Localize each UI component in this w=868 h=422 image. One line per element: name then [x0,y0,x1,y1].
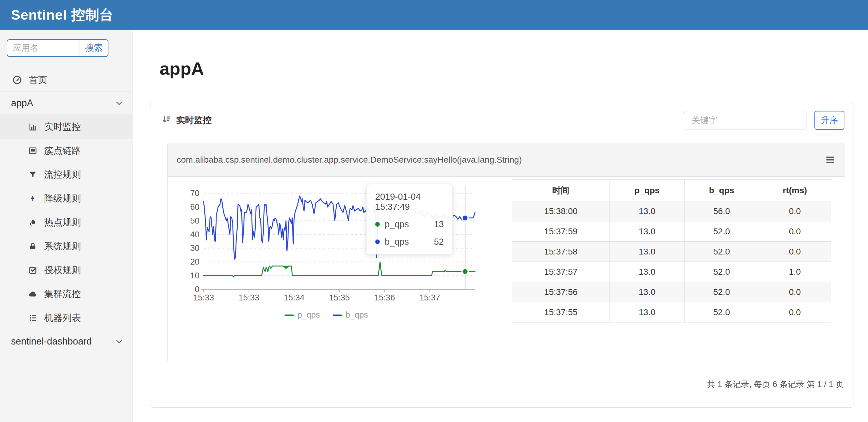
table-cell: 52.0 [684,221,759,241]
app-brand-title: Sentinel 控制台 [0,0,868,30]
fire-icon [28,218,37,227]
table-cell: 0.0 [759,221,831,241]
sidebar-item-授权规则[interactable]: 授权规则 [0,258,132,282]
title-divider [150,91,853,91]
tooltip-series-name: b_qps [385,237,409,247]
x-tick-label: 15:37 [420,293,440,302]
bolt-icon [28,194,37,203]
y-tick-label: 10 [190,271,199,280]
y-tick-label: 40 [190,230,199,239]
table-row: 15:38:0013.056.00.0 [512,201,831,221]
hover-point-b_qps [462,215,468,221]
table-cell: 0.0 [759,282,831,302]
sidebar-item-系统规则[interactable]: 系统规则 [0,234,132,258]
table-cell: 56.0 [684,201,759,221]
resource-card-header: com.alibaba.csp.sentinel.demo.cluster.ap… [167,143,845,177]
sidebar-group-appA[interactable]: appA [0,92,132,115]
table-header-p_qps: p_qps [610,180,685,201]
panel-controls: 升序 [684,111,844,130]
table-cell: 52.0 [684,241,759,262]
sidebar-item-簇点链路[interactable]: 簇点链路 [0,139,132,163]
y-tick-label: 70 [190,189,199,198]
cloud-icon [28,289,37,299]
table-cell: 1.0 [759,262,831,282]
cloud-icon-wrap [28,289,37,299]
menu-item-label: 授权规则 [44,264,124,277]
table-row: 15:37:5713.052.01.0 [512,262,831,282]
legend-swatch-p_qps [284,315,294,316]
y-tick-label: 20 [190,257,199,266]
sidebar-item-集群流控[interactable]: 集群流控 [0,282,132,306]
menu-item-label: 集群流控 [44,288,124,300]
check-icon-wrap [28,265,37,275]
tooltip-row-b_qps: b_qps52 [375,237,444,247]
table-cell: 13.0 [610,262,685,282]
y-tick-label: 60 [190,202,199,212]
table-header-rt(ms): rt(ms) [759,180,831,201]
table-header-b_qps: b_qps [684,180,759,201]
table-row: 15:37:5813.052.00.0 [512,241,831,262]
table-row: 15:37:5913.052.00.0 [512,221,831,241]
table-cell: 13.0 [610,302,685,322]
bolt-icon-wrap [28,194,37,203]
filter-icon-wrap [28,170,37,179]
x-tick-label: 15:33 [193,293,214,302]
menu-item-label: sentinel-dashboard [11,336,115,347]
table-cell: 13.0 [610,201,685,221]
table-cell: 15:37:58 [512,241,610,262]
table-cell: 15:37:59 [512,221,610,241]
table-cell: 13.0 [610,221,685,241]
app-search-group: 搜索 [7,39,108,57]
ascending-sort-button[interactable]: 升序 [814,111,844,130]
x-tick-label: 15:36 [374,293,395,302]
machines-icon [28,313,37,322]
hamburger-menu-icon[interactable] [825,155,836,165]
x-tick-label: 15:34 [284,293,305,302]
menu-item-label: 降级规则 [44,192,124,205]
sidebar-item-降级规则[interactable]: 降级规则 [0,187,132,210]
list-icon [28,146,37,155]
keyword-input[interactable] [684,111,806,130]
gauge-icon [12,75,22,85]
app-search-button[interactable]: 搜索 [80,40,108,56]
menu-item-label: 簇点链路 [44,144,124,157]
table-cell: 0.0 [759,201,831,221]
fire-icon-wrap [28,218,37,227]
sidebar-item-流控规则[interactable]: 流控规则 [0,163,132,187]
tooltip-series-value: 13 [434,219,444,229]
chevron-down-icon [115,99,124,108]
sidebar-item-热点规则[interactable]: 热点规则 [0,210,132,234]
table-cell: 13.0 [610,241,685,262]
resource-monitor-card: com.alibaba.csp.sentinel.demo.cluster.ap… [167,143,845,363]
page-title: appA [160,58,204,79]
sort-amount-icon [162,115,171,126]
pagination-summary: 共 1 条记录, 每页 6 条记录 第 1 / 1 页 [707,379,844,390]
sidebar-group-sentinel-dashboard[interactable]: sentinel-dashboard [0,330,132,353]
table-cell: 15:38:00 [512,201,610,221]
chevron-down-icon-wrap [115,99,124,108]
table-cell: 15:37:55 [512,302,610,322]
y-tick-label: 0 [195,285,199,294]
app-search-input[interactable] [7,40,80,56]
top-navbar: Sentinel 控制台 [0,0,868,30]
metrics-table-wrap: 时间p_qpsb_qpsrt(ms) 15:38:0013.056.00.015… [512,180,831,322]
panel-header: 实时监控 升序 [162,110,844,130]
series-p_qps-line [204,262,475,277]
sidebar-item-实时监控[interactable]: 实时监控 [0,115,132,139]
sidebar-item-home[interactable]: 首页 [0,68,132,92]
table-cell: 15:37:56 [512,282,610,302]
bar-chart-icon [28,122,37,131]
table-row: 15:37:5513.052.00.0 [512,302,831,322]
sidebar-item-机器列表[interactable]: 机器列表 [0,306,132,330]
series-dot-icon [375,239,380,244]
resource-card-body: 01020304050607015:3315:3315:3415:3515:36… [167,177,845,363]
hamburger-menu-icon [825,155,836,165]
table-cell: 13.0 [610,282,685,302]
tooltip-row-p_qps: p_qps13 [375,219,444,229]
sort-amount-icon [162,115,171,124]
menu-item-label: 首页 [29,74,124,86]
chevron-down-icon-wrap [115,337,124,346]
resource-name: com.alibaba.csp.sentinel.demo.cluster.ap… [177,155,825,165]
table-row: 15:37:5613.052.00.0 [512,282,831,302]
table-header-时间: 时间 [512,180,610,201]
